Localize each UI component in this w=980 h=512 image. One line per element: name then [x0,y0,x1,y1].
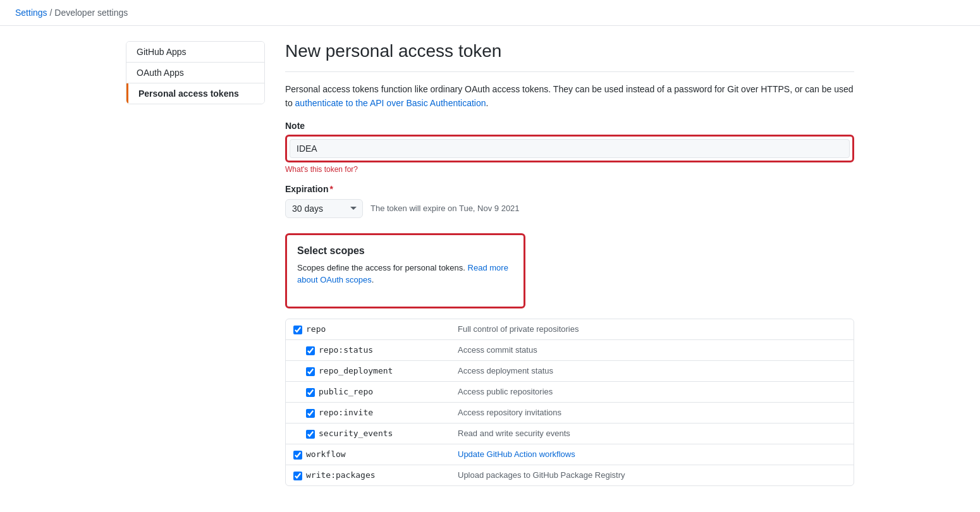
sidebar-nav: GitHub Apps OAuth Apps Personal access t… [126,41,265,104]
scope-desc-security-events: Read and write security events [458,429,846,438]
main-content: New personal access token Personal acces… [285,41,854,486]
note-input-highlight [285,135,854,162]
scope-name-public-repo: public_repo [319,387,407,396]
description-link[interactable]: authenticate to the API over Basic Authe… [295,98,486,108]
scope-desc-repo-status: Access commit status [458,345,846,355]
scope-row-security-events: security_events Read and write security … [286,424,854,444]
sidebar-item-personal-access-tokens[interactable]: Personal access tokens [126,83,264,104]
scope-row-public-repo: public_repo Access public repositories [286,382,854,403]
breadcrumb-settings-link[interactable]: Settings [15,8,47,18]
scope-check-security-events[interactable] [306,430,315,439]
scope-left-write-packages: write:packages [293,470,458,480]
page-layout: GitHub Apps OAuth Apps Personal access t… [111,41,869,486]
scope-left-public-repo: public_repo [293,387,458,397]
scope-row-repo-deployment: repo_deployment Access deployment status [286,361,854,382]
scope-desc-write-packages: Upload packages to GitHub Package Regist… [458,470,846,480]
scopes-desc: Scopes define the access for personal to… [297,262,513,286]
scopes-table: repo Full control of private repositorie… [285,319,854,486]
scope-left-repo: repo [293,324,458,334]
scope-check-repo-invite[interactable] [306,409,315,418]
scope-left-security-events: security_events [293,429,458,439]
scope-row-repo: repo Full control of private repositorie… [286,319,854,340]
note-label: Note [285,121,854,131]
scope-check-public-repo[interactable] [306,388,315,397]
scope-name-repo-status: repo:status [319,345,407,355]
scope-left-repo-status: repo:status [293,345,458,355]
title-divider [285,71,854,72]
scope-check-repo[interactable] [293,326,302,334]
expiration-row: 7 days 30 days 60 days 90 days Custom No… [285,199,854,218]
scope-row-repo-status: repo:status Access commit status [286,340,854,361]
expiration-form-group: Expiration* 7 days 30 days 60 days 90 da… [285,184,854,218]
scope-check-repo-status[interactable] [306,346,315,355]
page-title: New personal access token [285,41,854,61]
scope-name-repo: repo [306,324,395,334]
scopes-title: Select scopes [297,245,513,257]
scope-name-security-events: security_events [319,429,407,438]
scope-desc-public-repo: Access public repositories [458,387,846,396]
scope-desc-workflow: Update GitHub Action workflows [458,449,846,459]
scope-name-write-packages: write:packages [306,470,395,480]
scope-row-workflow: workflow Update GitHub Action workflows [286,444,854,465]
note-form-group: Note What's this token for? [285,121,854,174]
sidebar-item-oauth-apps[interactable]: OAuth Apps [126,63,264,83]
scope-desc-repo-invite: Access repository invitations [458,408,846,417]
scope-check-repo-deployment[interactable] [306,367,315,376]
scope-row-repo-invite: repo:invite Access repository invitation… [286,403,854,424]
scope-check-write-packages[interactable] [293,472,302,480]
scope-name-repo-invite: repo:invite [319,408,407,417]
scope-desc-repo: Full control of private repositories [458,324,846,334]
sidebar: GitHub Apps OAuth Apps Personal access t… [126,41,265,486]
description: Personal access tokens function like ord… [285,82,854,111]
expiration-note: The token will expire on Tue, Nov 9 2021 [371,204,520,213]
scope-check-workflow[interactable] [293,451,302,460]
breadcrumb-current: Developer settings [54,8,128,18]
scope-desc-repo-deployment: Access deployment status [458,366,846,375]
expiration-label: Expiration* [285,184,854,194]
description-text-2: . [486,98,489,108]
scope-left-repo-invite: repo:invite [293,408,458,418]
expiration-select[interactable]: 7 days 30 days 60 days 90 days Custom No… [285,199,363,218]
note-input[interactable] [290,139,850,158]
scope-name-repo-deployment: repo_deployment [319,366,407,375]
breadcrumb: Settings / Developer settings [0,0,980,26]
scope-name-workflow: workflow [306,449,395,459]
sidebar-item-github-apps[interactable]: GitHub Apps [126,42,264,63]
note-hint: What's this token for? [285,165,854,174]
scope-left-workflow: workflow [293,449,458,460]
expiration-required: * [329,184,333,194]
scope-left-repo-deployment: repo_deployment [293,366,458,376]
scopes-section: Select scopes Scopes define the access f… [285,233,854,486]
scope-row-write-packages: write:packages Upload packages to GitHub… [286,465,854,485]
